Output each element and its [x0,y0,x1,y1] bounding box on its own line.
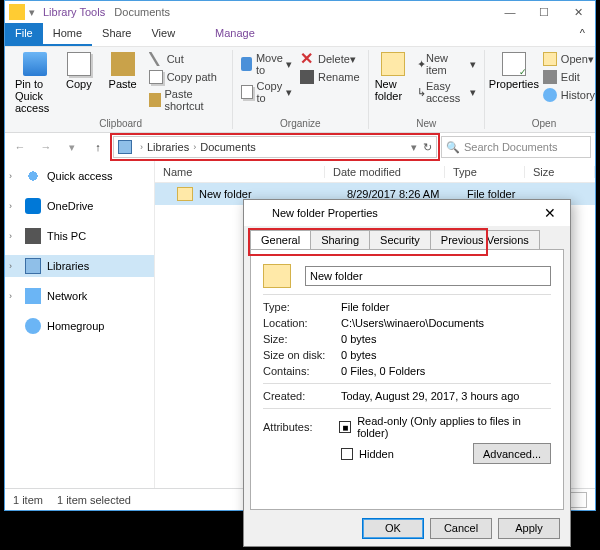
group-label: New [416,118,436,129]
label-size-on-disk: Size on disk: [263,349,341,361]
qat-down-icon[interactable]: ▾ [29,6,35,19]
nav-homegroup[interactable]: Homegroup [5,315,154,337]
address-row: ← → ▾ ↑ › Libraries› Documents ▾ ↻ 🔍 Sea… [5,133,595,161]
dialog-buttons: OK Cancel Apply [244,510,570,546]
paste-shortcut-button[interactable]: Paste shortcut [145,86,229,114]
advanced-button[interactable]: Advanced... [473,443,551,464]
dialog-tabs: General Sharing Security Previous Versio… [250,230,564,249]
close-button[interactable]: ✕ [561,1,595,23]
copy-to-button[interactable]: Copy to ▾ [237,78,296,106]
copy-path-button[interactable]: Copy path [145,68,229,86]
group-new: New folder ✦ New item ▾ ↳ Easy access ▾ … [369,50,485,129]
pin-quick-access-button[interactable]: Pin to Quick access [13,50,57,116]
nav-this-pc[interactable]: ›This PC [5,225,154,247]
column-headers[interactable]: Name Date modified Type Size [155,161,595,183]
refresh-icon[interactable]: ↻ [423,141,432,154]
value-type: File folder [341,301,389,313]
up-button[interactable]: ↑ [87,136,109,158]
dialog-title: New folder Properties [272,207,538,219]
folder-icon [177,187,193,201]
value-size-on-disk: 0 bytes [341,349,376,361]
properties-dialog: New folder Properties ✕ General Sharing … [243,199,571,547]
ok-button[interactable]: OK [362,518,424,539]
col-date[interactable]: Date modified [325,166,445,178]
nav-quick-access[interactable]: ›Quick access [5,165,154,187]
edit-button[interactable]: Edit [539,68,599,86]
col-size[interactable]: Size [525,166,595,178]
addr-dropdown-icon[interactable]: ▾ [411,141,417,154]
label-contains: Contains: [263,365,341,377]
new-item-button[interactable]: ✦ New item ▾ [413,50,480,78]
tab-share[interactable]: Share [92,23,141,46]
library-icon [118,140,132,154]
nav-libraries[interactable]: ›Libraries [5,255,154,277]
label-created: Created: [263,390,341,402]
recent-button[interactable]: ▾ [61,136,83,158]
tab-previous-versions[interactable]: Previous Versions [430,230,540,249]
cancel-button[interactable]: Cancel [430,518,492,539]
open-button[interactable]: Open ▾ [539,50,599,68]
status-count: 1 item [13,494,43,506]
folder-icon [9,4,25,20]
maximize-button[interactable]: ☐ [527,1,561,23]
move-to-button[interactable]: Move to ▾ [237,50,296,78]
rename-button[interactable]: Rename [296,68,364,86]
col-type[interactable]: Type [445,166,525,178]
group-clipboard: Pin to Quick access Copy Paste Cut Copy … [9,50,233,129]
ribbon: Pin to Quick access Copy Paste Cut Copy … [5,47,595,133]
address-bar[interactable]: › Libraries› Documents ▾ ↻ [113,136,437,158]
folder-name-input[interactable] [305,266,551,286]
dialog-close-button[interactable]: ✕ [538,205,562,221]
nav-pane: ›Quick access ›OneDrive ›This PC ›Librar… [5,161,155,491]
back-button[interactable]: ← [9,136,31,158]
crumb-sep[interactable]: › [136,142,147,152]
dialog-titlebar[interactable]: New folder Properties ✕ [244,200,570,226]
new-folder-button[interactable]: New folder [373,50,413,104]
group-label: Open [532,118,556,129]
nav-onedrive[interactable]: ›OneDrive [5,195,154,217]
copy-button[interactable]: Copy [57,50,101,92]
crumb-documents[interactable]: Documents [200,141,256,153]
folder-icon [252,207,266,219]
cut-button[interactable]: Cut [145,50,229,68]
paste-button[interactable]: Paste [101,50,145,92]
tab-manage[interactable]: Manage [205,23,265,46]
apply-button[interactable]: Apply [498,518,560,539]
group-label: Clipboard [99,118,142,129]
dialog-body: Type:File folder Location:C:\Users\winae… [250,249,564,510]
properties-button[interactable]: Properties [489,50,539,92]
titlebar[interactable]: ▾ Library Tools Documents — ☐ ✕ [5,1,595,23]
hidden-label: Hidden [359,448,394,460]
minimize-button[interactable]: — [493,1,527,23]
group-open: Properties Open ▾ Edit History Open [485,50,600,129]
col-name[interactable]: Name [155,166,325,178]
history-button[interactable]: History [539,86,599,104]
tab-general[interactable]: General [250,230,311,249]
tab-view[interactable]: View [141,23,185,46]
value-size: 0 bytes [341,333,376,345]
tab-security[interactable]: Security [369,230,431,249]
ribbon-tabs: File Home Share View Manage ^ [5,23,595,47]
label-location: Location: [263,317,341,329]
ribbon-collapse-icon[interactable]: ^ [570,23,595,46]
tab-home[interactable]: Home [43,23,92,46]
easy-access-button[interactable]: ↳ Easy access ▾ [413,78,480,106]
hidden-checkbox[interactable] [341,448,353,460]
search-placeholder: Search Documents [464,141,558,153]
search-input[interactable]: 🔍 Search Documents [441,136,591,158]
forward-button: → [35,136,57,158]
label-type: Type: [263,301,341,313]
readonly-checkbox[interactable]: ■ [339,421,351,433]
tab-sharing[interactable]: Sharing [310,230,370,249]
crumb-libraries[interactable]: Libraries› [147,141,200,153]
search-icon: 🔍 [446,141,460,154]
delete-button[interactable]: ✕Delete ▾ [296,50,364,68]
value-location: C:\Users\winaero\Documents [341,317,484,329]
group-organize: Move to ▾ Copy to ▾ ✕Delete ▾ Rename Org… [233,50,368,129]
tab-file[interactable]: File [5,23,43,46]
status-selected: 1 item selected [57,494,131,506]
folder-icon [263,264,291,288]
value-created: Today, August 29, 2017, 3 hours ago [341,390,519,402]
label-size: Size: [263,333,341,345]
nav-network[interactable]: ›Network [5,285,154,307]
